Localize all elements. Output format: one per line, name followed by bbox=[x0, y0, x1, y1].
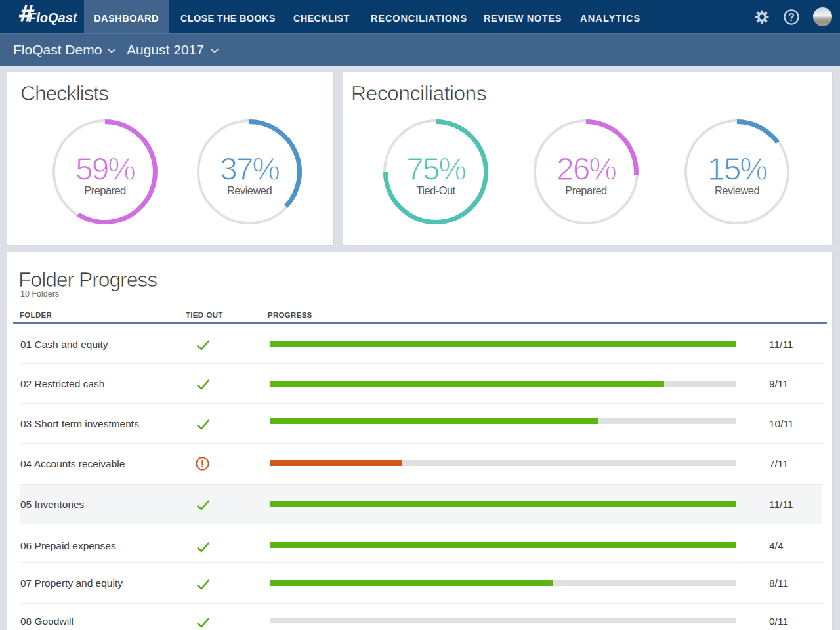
svg-text:?: ? bbox=[788, 12, 795, 23]
svg-text:FloQast: FloQast bbox=[28, 10, 78, 25]
